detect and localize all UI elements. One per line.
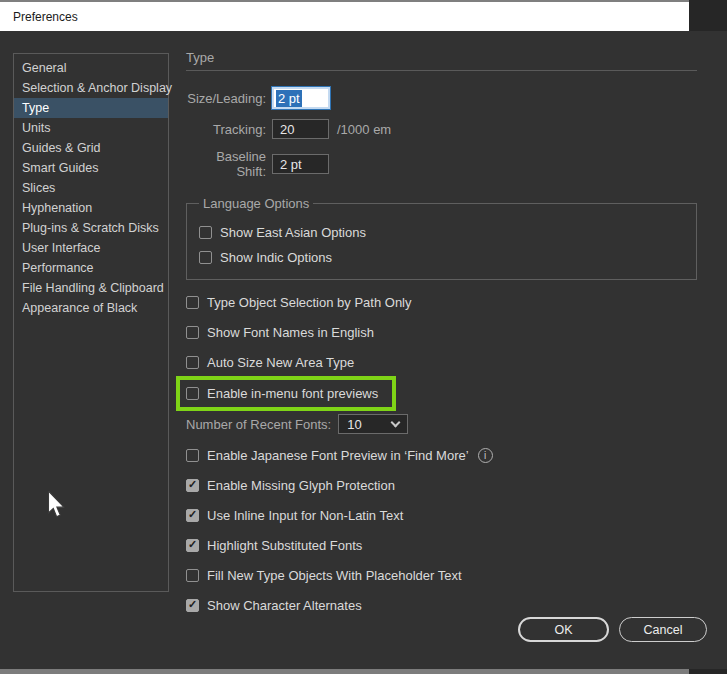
- type-options-list-bottom: Enable Missing Glyph Protection Use Inli…: [186, 477, 697, 613]
- info-icon[interactable]: i: [478, 448, 493, 463]
- language-options-list: Show East Asian Options Show Indic Optio…: [199, 224, 684, 265]
- ok-button[interactable]: OK: [518, 617, 609, 642]
- type-preferences-panel: Type Size/Leading: 2 pt Tracking: 20 /10…: [186, 50, 697, 613]
- recent-fonts-value: 10: [347, 417, 361, 432]
- checkbox-row[interactable]: Use Inline Input for Non-Latin Text: [186, 507, 697, 523]
- sidebar-item[interactable]: Guides & Grid: [14, 138, 168, 158]
- checkbox-row[interactable]: Enable Missing Glyph Protection: [186, 477, 697, 493]
- checkbox[interactable]: [186, 326, 199, 339]
- checkbox[interactable]: [186, 296, 199, 309]
- sidebar-item[interactable]: General: [14, 58, 168, 78]
- checkbox-label: Enable Missing Glyph Protection: [207, 478, 395, 493]
- preferences-dialog: Preferences General Selection & Anchor D…: [0, 0, 727, 674]
- app-background-corner-bottom: [689, 669, 727, 674]
- sidebar-item[interactable]: Units: [14, 118, 168, 138]
- section-title: Type: [186, 50, 697, 66]
- checkbox[interactable]: [186, 509, 199, 522]
- checkbox[interactable]: [186, 479, 199, 492]
- checkbox[interactable]: [199, 226, 212, 239]
- checkbox-row[interactable]: Show Font Names in English: [186, 324, 697, 340]
- checkbox-label: Use Inline Input for Non-Latin Text: [207, 508, 403, 523]
- recent-fonts-dropdown[interactable]: 10: [338, 414, 408, 434]
- language-options-legend: Language Options: [199, 196, 313, 211]
- checkbox-row[interactable]: Auto Size New Area Type: [186, 354, 697, 370]
- checkbox-label: Enable in-menu font previews: [207, 386, 378, 401]
- dialog-titlebar[interactable]: Preferences: [0, 2, 689, 31]
- checkbox-label: Show Font Names in English: [207, 325, 374, 340]
- checkbox-label: Highlight Substituted Fonts: [207, 538, 362, 553]
- sidebar-item[interactable]: Hyphenation: [14, 198, 168, 218]
- japanese-font-preview-row[interactable]: Enable Japanese Font Preview in ‘Find Mo…: [186, 447, 697, 463]
- baseline-shift-row: Baseline Shift: 2 pt: [186, 149, 697, 179]
- tracking-row: Tracking: 20 /1000 em: [186, 119, 697, 139]
- tracking-value: 20: [280, 122, 294, 137]
- checkbox-row[interactable]: Fill New Type Objects With Placeholder T…: [186, 567, 697, 583]
- baseline-shift-input[interactable]: 2 pt: [272, 154, 329, 174]
- checkbox[interactable]: [186, 387, 199, 400]
- preferences-sidebar: General Selection & Anchor Display Type …: [13, 53, 169, 592]
- tracking-input[interactable]: 20: [272, 119, 329, 139]
- tracking-label: Tracking:: [186, 122, 266, 137]
- enable-in-menu-font-previews-row[interactable]: Enable in-menu font previews: [186, 385, 378, 401]
- section-divider: [186, 70, 697, 71]
- checkbox[interactable]: [186, 356, 199, 369]
- checkbox-label: Fill New Type Objects With Placeholder T…: [207, 568, 462, 583]
- baseline-shift-label: Baseline Shift:: [186, 149, 266, 179]
- sidebar-item[interactable]: Selection & Anchor Display: [14, 78, 168, 98]
- size-leading-input[interactable]: 2 pt: [272, 87, 330, 109]
- green-highlight-annotation: Enable in-menu font previews: [176, 376, 396, 411]
- type-options-list-top: Type Object Selection by Path Only Show …: [186, 294, 697, 370]
- checkbox-row[interactable]: Highlight Substituted Fonts: [186, 537, 697, 553]
- sidebar-item[interactable]: Appearance of Black: [14, 298, 168, 318]
- checkbox-row[interactable]: Type Object Selection by Path Only: [186, 294, 697, 310]
- sidebar-item[interactable]: User Interface: [14, 238, 168, 258]
- checkbox-label: Type Object Selection by Path Only: [207, 295, 412, 310]
- dialog-footer: OK Cancel: [518, 617, 707, 642]
- checkbox[interactable]: [186, 569, 199, 582]
- dialog-title: Preferences: [13, 10, 78, 24]
- checkbox-row[interactable]: Show East Asian Options: [199, 224, 684, 240]
- sidebar-item[interactable]: Plug-ins & Scratch Disks: [14, 218, 168, 238]
- checkbox[interactable]: [186, 539, 199, 552]
- sidebar-item[interactable]: File Handling & Clipboard: [14, 278, 168, 298]
- sidebar-item[interactable]: Slices: [14, 178, 168, 198]
- tracking-suffix: /1000 em: [337, 122, 391, 137]
- checkbox[interactable]: [186, 449, 199, 462]
- checkbox-label: Enable Japanese Font Preview in ‘Find Mo…: [207, 448, 469, 463]
- checkbox-row[interactable]: Show Character Alternates: [186, 597, 697, 613]
- checkbox-label: Show Indic Options: [220, 250, 332, 265]
- selected-input-text: 2 pt: [276, 90, 302, 107]
- window-bottom-border: [0, 669, 689, 674]
- checkbox[interactable]: [199, 251, 212, 264]
- app-background-corner: [689, 0, 727, 31]
- baseline-shift-value: 2 pt: [280, 157, 302, 172]
- checkbox-label: Show Character Alternates: [207, 598, 362, 613]
- cancel-button[interactable]: Cancel: [619, 617, 707, 642]
- sidebar-item[interactable]: Type: [14, 98, 168, 118]
- size-leading-label: Size/Leading:: [186, 91, 266, 106]
- recent-fonts-row: Number of Recent Fonts: 10: [186, 414, 697, 434]
- checkbox-label: Show East Asian Options: [220, 225, 366, 240]
- checkbox[interactable]: [186, 599, 199, 612]
- size-leading-row: Size/Leading: 2 pt: [186, 87, 697, 109]
- sidebar-item[interactable]: Performance: [14, 258, 168, 278]
- checkbox-label: Auto Size New Area Type: [207, 355, 354, 370]
- recent-fonts-label: Number of Recent Fonts:: [186, 417, 331, 432]
- checkbox-row[interactable]: Show Indic Options: [199, 249, 684, 265]
- language-options-group: Language Options Show East Asian Options…: [186, 196, 697, 280]
- sidebar-item[interactable]: Smart Guides: [14, 158, 168, 178]
- chevron-down-icon: [391, 418, 401, 428]
- mouse-cursor: [47, 491, 66, 519]
